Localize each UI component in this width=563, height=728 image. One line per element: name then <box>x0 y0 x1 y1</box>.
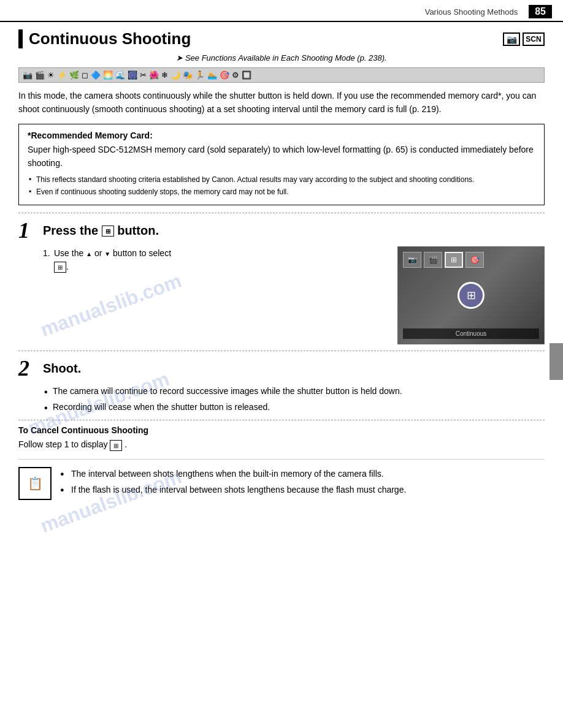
cam-icon-2: 🎬 <box>424 252 442 268</box>
step-2-header: 2 Shoot. <box>18 357 545 379</box>
note-content: The interval between shots lengthens whe… <box>60 467 545 499</box>
camera-bottom-bar: Continuous <box>403 328 539 339</box>
step-2-content: The camera will continue to record succe… <box>18 384 545 414</box>
icon-strip-item: 🌙 <box>170 70 182 80</box>
page-content: Continuous Shooting 📷 SCN ➤ See Function… <box>0 22 563 512</box>
step-1-content: Use the or button to select ⊞. 📷 🎬 <box>18 246 545 344</box>
note-icon: 📋 <box>18 467 52 500</box>
step-2-title: Shoot. <box>43 357 81 377</box>
title-bar: Continuous Shooting 📷 SCN <box>18 29 545 48</box>
right-tab <box>550 343 563 380</box>
icon-strip-item: 📷 <box>23 70 34 80</box>
step-1-text-after: button to select <box>113 248 171 258</box>
camera-circle-icon: ⊞ <box>467 289 476 302</box>
icon-strip-item: 🎆 <box>128 70 139 80</box>
icon-strip-item: 🌿 <box>69 70 80 80</box>
cam-icon-1: 📷 <box>403 252 421 268</box>
icon-strip-item: ☀ <box>47 70 56 80</box>
camera-screen: 📷 🎬 ⊞ 🎯 ⊞ Continuous <box>398 247 544 344</box>
step-2-number: 2 <box>18 357 37 379</box>
icon-strip-item: ◻ <box>82 70 90 80</box>
note-box: 📋 The interval between shots lengthens w… <box>18 459 545 500</box>
cancel-icon: ⊞ <box>110 440 122 451</box>
step-1-image: 📷 🎬 ⊞ 🎯 ⊞ Continuous <box>397 246 545 344</box>
note-bullets: The interval between shots lengthens whe… <box>60 467 545 497</box>
note-bullet-2: If the flash is used, the interval betwe… <box>60 483 545 496</box>
cancel-title: To Cancel Continuous Shooting <box>18 425 545 435</box>
step-1-title-prefix: Press the <box>43 224 98 237</box>
step-1-header: 1 Press the ⊞ button. <box>18 219 545 241</box>
icon-strip-item: 🏊 <box>207 70 218 80</box>
reference-link: Functions Available in Each Shooting Mod… <box>202 53 355 63</box>
icon-strip-item: 🔷 <box>91 70 102 80</box>
icon-strip-item: 🎬 <box>35 70 46 80</box>
reference-text: See <box>185 53 202 63</box>
memory-card-box: *Recommended Memory Card: Super high-spe… <box>18 124 545 205</box>
step-1-text-middle: or <box>94 248 102 258</box>
step-1-title: Press the ⊞ button. <box>43 219 159 239</box>
step-1-title-suffix: button. <box>117 224 159 237</box>
icon-strip-item: 🌊 <box>115 70 126 80</box>
cancel-body-after: . <box>124 439 127 449</box>
step-1-button-icon: ⊞ <box>102 226 114 237</box>
icon-strip-item: 🔲 <box>242 70 253 80</box>
memory-card-bullet-2: Even if continuous shooting suddenly sto… <box>28 186 535 197</box>
camera-icon: 📷 <box>507 34 517 44</box>
step-2-bullet-1: The camera will continue to record succe… <box>43 384 545 398</box>
memory-card-body: Super high-speed SDC-512MSH memory card … <box>28 143 535 170</box>
icon-strip-item: 🎭 <box>183 70 194 80</box>
reference-arrow: ➤ <box>176 53 183 63</box>
page-header: Various Shooting Methods 85 <box>0 0 563 22</box>
arrow-up-icon <box>86 248 92 258</box>
step-1-subitem: Use the or button to select ⊞. <box>43 246 389 274</box>
step-1-section: 1 Press the ⊞ button. Use the or button … <box>18 213 545 344</box>
icon-strip-item: 🌅 <box>103 70 114 80</box>
camera-mode-badge: 📷 <box>503 32 520 46</box>
arrow-down-icon <box>104 248 110 258</box>
step-1-select-icon: ⊞ <box>54 262 66 273</box>
cam-icon-selected: ⊞ <box>445 252 463 268</box>
icon-strip-item: 🎯 <box>220 70 231 80</box>
main-description: In this mode, the camera shoots continuo… <box>18 89 545 116</box>
cancel-body-before: Follow step 1 to display <box>18 439 108 449</box>
icon-strip-item: 🏃 <box>195 70 206 80</box>
step-1-text-before: Use the <box>54 248 83 258</box>
chapter-title: Various Shooting Methods <box>425 7 518 17</box>
icon-strip: 📷 🎬 ☀ ⚡ 🌿 ◻ 🔷 🌅 🌊 🎆 ✂ 🌺 ❄ 🌙 🎭 🏃 🏊 🎯 ⚙ 🔲 <box>18 67 545 83</box>
cancel-body: Follow step 1 to display ⊞ . <box>18 438 545 451</box>
step-1-sublist: Use the or button to select ⊞. <box>43 246 389 274</box>
memory-card-bullets: This reflects standard shooting criteria… <box>28 174 535 197</box>
icon-strip-item: ✂ <box>140 70 148 80</box>
reference-suffix: (p. 238). <box>355 53 387 63</box>
icon-strip-item: ❄ <box>161 70 169 80</box>
memory-card-bullet-1: This reflects standard shooting criteria… <box>28 174 535 185</box>
icon-strip-item: 🌺 <box>149 70 160 80</box>
memory-card-title: *Recommended Memory Card: <box>28 131 535 140</box>
step-2-bullets: The camera will continue to record succe… <box>43 384 545 414</box>
step-1-text: Use the or button to select ⊞. <box>43 246 389 344</box>
mode-badges: 📷 SCN <box>503 32 545 46</box>
camera-circle-highlight: ⊞ <box>458 282 484 309</box>
step-2-section: 2 Shoot. The camera will continue to rec… <box>18 351 545 414</box>
note-icon-symbol: 📋 <box>28 476 43 491</box>
reference-line: ➤ See Functions Available in Each Shooti… <box>18 53 545 63</box>
icon-strip-item: ⚡ <box>57 70 68 80</box>
step-1-number: 1 <box>18 219 37 241</box>
step-2-bullet-2: Recording will cease when the shutter bu… <box>43 400 545 414</box>
cam-icon-4: 🎯 <box>465 252 484 268</box>
cancel-section: To Cancel Continuous Shooting Follow ste… <box>18 420 545 451</box>
page-number: 85 <box>529 5 552 18</box>
scn-badge: SCN <box>523 32 545 46</box>
page-title: Continuous Shooting <box>29 29 191 48</box>
icon-strip-item: ⚙ <box>232 70 240 80</box>
note-bullet-1: The interval between shots lengthens whe… <box>60 467 545 480</box>
